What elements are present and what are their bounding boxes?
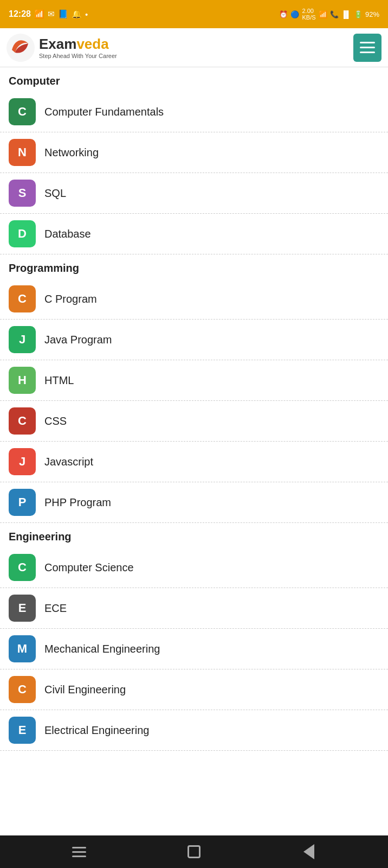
item-label-ece: ECE [44, 602, 67, 615]
list-item-civil-engineering[interactable]: CCivil Engineering [0, 669, 388, 710]
logo-text: Examveda Step Ahead With Your Career [39, 36, 117, 59]
book-icon: 📘 [58, 9, 68, 19]
item-icon-html: H [9, 367, 36, 394]
item-icon-electrical-engineering: E [9, 717, 36, 744]
content-area: ComputerCComputer FundamentalsNNetworkin… [0, 67, 388, 835]
list-item-mechanical-engineering[interactable]: MMechanical Engineering [0, 629, 388, 669]
item-icon-java-program: J [9, 326, 36, 353]
bluetooth-icon: 🔵 [290, 10, 299, 18]
battery-icon: 🔋 [354, 10, 363, 18]
item-label-networking: Networking [44, 146, 99, 159]
section-header-engineering: Engineering [0, 523, 388, 547]
battery-percent: 92% [365, 10, 379, 18]
item-icon-computer-fundamentals: C [9, 98, 36, 125]
item-icon-mechanical-engineering: M [9, 635, 36, 662]
alarm-icon: ⏰ [279, 10, 288, 18]
item-label-java-program: Java Program [44, 334, 112, 346]
item-label-database: Database [44, 228, 91, 240]
item-icon-javascript: J [9, 448, 36, 475]
item-icon-computer-science: C [9, 554, 36, 581]
dot-icon: • [85, 10, 88, 19]
section-header-programming: Programming [0, 254, 388, 279]
item-icon-c-program: C [9, 285, 36, 312]
mail-icon: ✉ [48, 9, 55, 19]
speed-icon: 2.00KB/S [302, 8, 315, 21]
hamburger-line [72, 847, 86, 848]
list-item-java-program[interactable]: JJava Program [0, 320, 388, 360]
menu-line-3 [360, 52, 375, 53]
logo-tagline: Step Ahead With Your Career [39, 53, 117, 59]
item-label-c-program: C Program [44, 293, 97, 305]
nav-home[interactable] [186, 844, 202, 860]
menu-line-1 [360, 42, 375, 43]
hamburger-line [72, 856, 86, 857]
item-icon-database: D [9, 220, 36, 247]
signal-icon: 📶 [34, 9, 44, 19]
status-right: ⏰ 🔵 2.00KB/S 📶 📞 ▐▌ 🔋 92% [279, 8, 379, 21]
wifi-icon: 📶 [319, 10, 327, 18]
notification-icon: 🔔 [72, 9, 82, 19]
item-label-computer-science: Computer Science [44, 561, 134, 574]
list-item-database[interactable]: DDatabase [0, 214, 388, 254]
item-label-javascript: Javascript [44, 456, 93, 468]
item-label-electrical-engineering: Electrical Engineering [44, 724, 149, 737]
list-item-javascript[interactable]: JJavascript [0, 442, 388, 482]
list-item-html[interactable]: HHTML [0, 360, 388, 401]
nav-hamburger[interactable] [71, 844, 87, 860]
item-label-civil-engineering: Civil Engineering [44, 684, 126, 696]
status-time: 12:28 [9, 9, 31, 19]
list-item-computer-fundamentals[interactable]: CComputer Fundamentals [0, 92, 388, 132]
logo-svg-icon [7, 34, 35, 62]
bottom-nav [0, 835, 388, 868]
nav-back[interactable] [301, 844, 317, 860]
section-header-computer: Computer [0, 67, 388, 92]
square-icon [187, 845, 201, 858]
item-label-html: HTML [44, 374, 74, 387]
list-item-c-program[interactable]: CC Program [0, 279, 388, 320]
network-icon: ▐▌ [341, 10, 351, 18]
logo-area: Examveda Step Ahead With Your Career [7, 34, 117, 62]
item-label-css: CSS [44, 415, 67, 427]
list-item-php-program[interactable]: PPHP Program [0, 482, 388, 523]
list-item-ece[interactable]: EECE [0, 588, 388, 629]
status-bar: 12:28 📶 ✉ 📘 🔔 • ⏰ 🔵 2.00KB/S 📶 📞 ▐▌ 🔋 92… [0, 0, 388, 28]
item-icon-networking: N [9, 139, 36, 166]
item-icon-css: C [9, 407, 36, 435]
item-icon-sql: S [9, 180, 36, 207]
list-item-electrical-engineering[interactable]: EElectrical Engineering [0, 710, 388, 751]
item-label-sql: SQL [44, 187, 66, 200]
menu-line-2 [360, 47, 375, 48]
item-label-computer-fundamentals: Computer Fundamentals [44, 106, 164, 118]
list-item-sql[interactable]: SSQL [0, 173, 388, 214]
menu-button[interactable] [353, 34, 381, 62]
app-header: Examveda Step Ahead With Your Career [0, 28, 388, 67]
item-icon-php-program: P [9, 489, 36, 516]
status-left: 12:28 📶 ✉ 📘 🔔 • [9, 9, 88, 19]
call-icon: 📞 [330, 10, 339, 18]
list-item-networking[interactable]: NNetworking [0, 132, 388, 173]
list-item-computer-science[interactable]: CComputer Science [0, 547, 388, 588]
item-label-mechanical-engineering: Mechanical Engineering [44, 643, 160, 655]
logo-name: Examveda [39, 36, 117, 53]
item-icon-ece: E [9, 595, 36, 622]
back-icon [303, 844, 314, 859]
item-label-php-program: PHP Program [44, 496, 111, 509]
hamburger-line [72, 851, 86, 853]
list-item-css[interactable]: CCSS [0, 401, 388, 442]
item-icon-civil-engineering: C [9, 676, 36, 703]
